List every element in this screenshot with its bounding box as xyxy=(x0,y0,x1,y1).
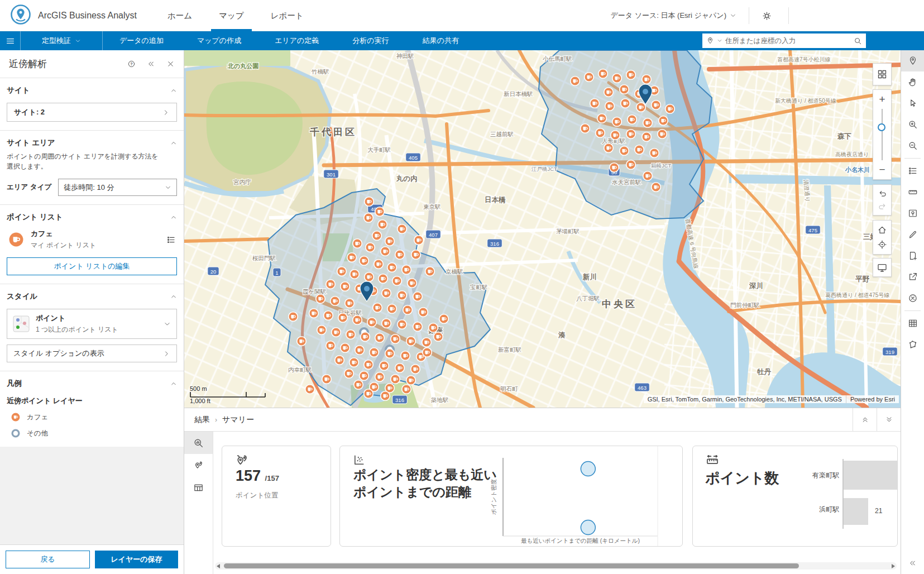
cafe-marker[interactable] xyxy=(375,372,385,382)
cafe-marker[interactable] xyxy=(636,103,646,112)
cafe-marker[interactable] xyxy=(398,224,407,234)
cafe-marker[interactable] xyxy=(392,276,402,286)
cafe-marker[interactable] xyxy=(365,197,374,207)
chevron-down-icon[interactable] xyxy=(717,38,722,44)
edit-sketch-tool-button[interactable] xyxy=(901,224,924,245)
toolbar-item-share-results[interactable]: 結果の共有 xyxy=(406,31,476,50)
cafe-marker[interactable] xyxy=(413,292,423,302)
cafe-marker[interactable] xyxy=(381,391,390,401)
cafe-marker[interactable] xyxy=(599,69,608,79)
list-icon[interactable] xyxy=(166,235,176,245)
toolbar-item-add-data[interactable]: データの追加 xyxy=(103,31,180,50)
chevron-up-icon[interactable] xyxy=(170,140,177,146)
cafe-marker[interactable] xyxy=(620,85,629,94)
basemap-toggle-button[interactable] xyxy=(873,63,892,85)
cafe-marker[interactable] xyxy=(341,343,350,353)
cafe-marker[interactable] xyxy=(666,104,675,114)
save-layer-button[interactable]: レイヤーの保存 xyxy=(95,551,178,568)
cafe-marker[interactable] xyxy=(324,311,333,321)
tab-maps[interactable]: マップ xyxy=(219,0,244,31)
cafe-marker[interactable] xyxy=(309,309,319,318)
cafe-marker[interactable] xyxy=(375,333,385,343)
pan-hand-tool-button[interactable] xyxy=(901,71,924,93)
cafe-marker[interactable] xyxy=(434,332,443,342)
cafe-marker[interactable] xyxy=(391,375,400,384)
scrollbar-thumb[interactable] xyxy=(224,563,799,568)
select-polygon-tool-button[interactable] xyxy=(901,334,924,355)
cafe-marker[interactable] xyxy=(411,365,420,374)
cafe-marker[interactable] xyxy=(643,118,653,128)
search-icon[interactable] xyxy=(854,37,862,45)
cafe-marker[interactable] xyxy=(581,124,590,133)
area-type-select[interactable]: 徒歩時間: 10 分 xyxy=(58,179,177,196)
point-count-by-site-card[interactable]: ポイント数 有楽町駅浜町駅21 xyxy=(692,446,898,547)
cafe-marker[interactable] xyxy=(289,312,298,322)
cafe-marker[interactable] xyxy=(355,346,365,355)
cafe-marker[interactable] xyxy=(361,332,370,342)
style-dropdown[interactable]: ポイント 1 つ以上のポイント リスト xyxy=(7,309,177,339)
cafe-marker[interactable] xyxy=(364,389,374,399)
cafe-marker[interactable] xyxy=(365,272,374,282)
cafe-marker[interactable] xyxy=(605,102,615,111)
map-contents-tool-button[interactable] xyxy=(901,203,924,224)
cafe-marker[interactable] xyxy=(611,131,620,140)
cafe-marker[interactable] xyxy=(585,73,594,82)
locate-button[interactable] xyxy=(877,240,887,250)
cafe-marker[interactable] xyxy=(411,250,421,260)
cafe-marker[interactable] xyxy=(628,115,637,125)
cafe-marker[interactable] xyxy=(350,270,360,279)
cafe-marker[interactable] xyxy=(398,291,407,300)
select-arrow-tool-button[interactable] xyxy=(901,93,924,114)
cafe-marker[interactable] xyxy=(401,351,410,361)
cafe-marker[interactable] xyxy=(659,116,668,126)
share-tool-button[interactable] xyxy=(901,266,924,288)
cafe-marker[interactable] xyxy=(652,183,661,192)
cafe-marker[interactable] xyxy=(642,75,652,84)
cafe-marker[interactable] xyxy=(610,163,619,173)
cafe-marker[interactable] xyxy=(372,231,382,241)
cafe-marker[interactable] xyxy=(596,128,605,138)
cafe-marker[interactable] xyxy=(395,363,405,373)
redo-button[interactable] xyxy=(878,202,887,211)
help-circle-icon[interactable]: ? xyxy=(127,60,136,68)
scatter-point[interactable] xyxy=(581,520,595,535)
cafe-marker[interactable] xyxy=(590,99,600,108)
scatter-point[interactable] xyxy=(581,462,595,476)
cafe-marker[interactable] xyxy=(419,308,428,317)
cafe-marker[interactable] xyxy=(650,149,659,158)
cafe-marker[interactable] xyxy=(382,319,391,328)
cafe-marker[interactable] xyxy=(345,299,355,308)
cafe-marker[interactable] xyxy=(642,132,652,142)
back-button[interactable]: 戻る xyxy=(6,551,90,568)
cafe-marker[interactable] xyxy=(346,330,356,339)
cafe-marker[interactable] xyxy=(620,146,629,156)
clear-selection-tool-button[interactable] xyxy=(901,288,924,309)
point-list-item[interactable]: カフェ マイ ポイント リスト xyxy=(8,229,176,250)
zoom-slider[interactable] xyxy=(882,109,883,160)
cafe-marker[interactable] xyxy=(635,145,644,155)
cafe-marker[interactable] xyxy=(360,256,369,266)
ai-assistant-icon[interactable] xyxy=(762,0,776,1)
grid-table-tool-button[interactable] xyxy=(901,313,924,334)
cafe-marker[interactable] xyxy=(391,334,400,344)
cafe-marker[interactable] xyxy=(604,144,614,153)
cafe-marker[interactable] xyxy=(612,117,622,127)
cafe-marker[interactable] xyxy=(398,320,407,329)
density-distance-card[interactable]: ポイント密度と最も近いポイントまでの距離 ポイント密度 最も近いポイントまでの距… xyxy=(339,446,683,547)
cafe-marker[interactable] xyxy=(387,304,397,314)
tab-home[interactable]: ホーム xyxy=(167,0,192,31)
cafe-marker[interactable] xyxy=(406,337,416,346)
location-pin-tool-button[interactable] xyxy=(901,50,924,71)
collapse-rail-button[interactable] xyxy=(901,559,924,567)
cafe-marker[interactable] xyxy=(621,99,630,108)
cafe-marker[interactable] xyxy=(403,305,413,315)
bar-浜町駅[interactable] xyxy=(844,498,868,525)
cafe-marker[interactable] xyxy=(423,348,432,357)
home-button[interactable] xyxy=(877,225,887,235)
bar-有楽町駅[interactable] xyxy=(844,461,898,490)
cafe-marker[interactable] xyxy=(387,263,397,272)
zoom-in-tool-tool-button[interactable] xyxy=(901,114,924,135)
chevron-up-icon[interactable] xyxy=(170,214,177,221)
cafe-marker[interactable] xyxy=(370,348,379,357)
cafe-marker[interactable] xyxy=(413,322,423,332)
